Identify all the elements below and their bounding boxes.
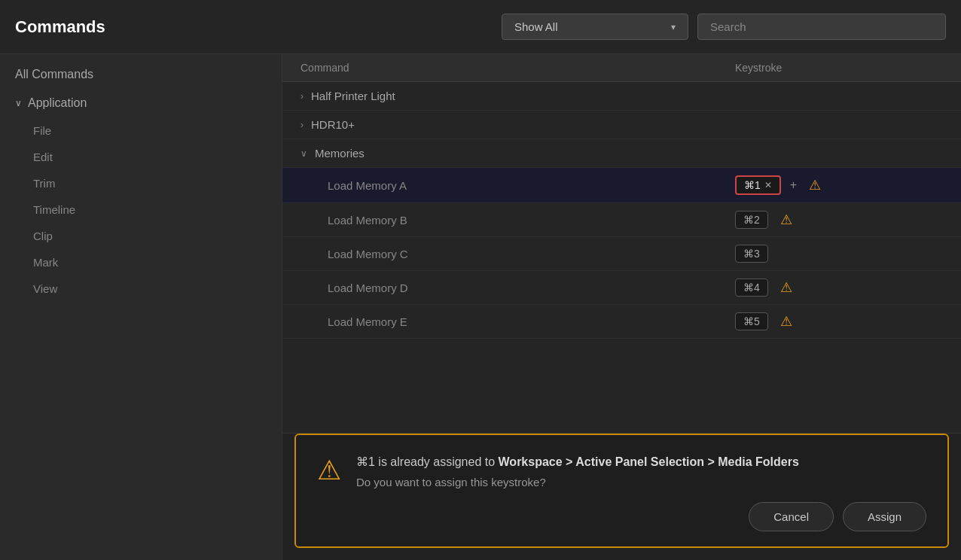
keystroke-cell: ⌘2 ⚠ — [735, 211, 961, 229]
keystroke-cell: ⌘3 — [735, 245, 961, 263]
table-row[interactable]: Load Memory E ⌘5 ⚠ — [282, 305, 961, 339]
sidebar-item-edit[interactable]: Edit — [0, 144, 282, 170]
warning-triangle-icon: ⚠ — [317, 455, 341, 486]
sidebar: All Commands ∨ Application File Edit Tri… — [0, 54, 282, 560]
sidebar-item-file[interactable]: File — [0, 117, 282, 144]
command-name: Load Memory E — [282, 315, 735, 328]
chevron-down-icon: ∨ — [15, 98, 22, 108]
keystroke-cell: ⌘5 ⚠ — [735, 312, 961, 330]
column-command: Command — [282, 62, 735, 74]
sidebar-item-mark[interactable]: Mark — [0, 249, 282, 275]
table-row[interactable]: Load Memory B ⌘2 ⚠ — [282, 203, 961, 237]
sidebar-item-trim[interactable]: Trim — [0, 170, 282, 196]
table-row[interactable]: Load Memory D ⌘4 ⚠ — [282, 271, 961, 305]
command-name: › Half Printer Light — [282, 90, 735, 102]
warning-text: ⌘1 is already assigned to Workspace > Ac… — [356, 453, 926, 488]
table-row[interactable]: Load Memory C ⌘3 — [282, 237, 961, 271]
chevron-down-icon: ▾ — [671, 22, 676, 32]
table-row[interactable]: › HDR10+ — [282, 111, 961, 139]
table-row[interactable]: › Half Printer Light — [282, 82, 961, 111]
warning-actions: Cancel Assign — [317, 502, 926, 531]
warning-icon: ⚠ — [809, 177, 821, 193]
keystroke-cell: ⌘1 ✕ + ⚠ — [735, 175, 961, 195]
keystroke-badge: ⌘3 — [735, 245, 768, 263]
table-row[interactable]: ∨ Memories — [282, 139, 961, 168]
add-keystroke-button[interactable]: + — [790, 178, 797, 192]
keystroke-badge: ⌘5 — [735, 312, 768, 330]
table-body: › Half Printer Light › HDR10+ ∨ Memories — [282, 82, 961, 433]
table-header: Command Keystroke — [282, 54, 961, 82]
command-name: Load Memory A — [282, 179, 735, 192]
keystroke-badge: ⌘4 — [735, 278, 768, 297]
keystroke-badge[interactable]: ⌘1 ✕ — [735, 175, 781, 195]
main-content: All Commands ∨ Application File Edit Tri… — [0, 54, 961, 560]
sidebar-item-application[interactable]: ∨ Application — [0, 89, 282, 117]
warning-icon: ⚠ — [780, 279, 792, 296]
chevron-right-icon: › — [301, 91, 304, 102]
chevron-right-icon: › — [301, 120, 304, 130]
warning-dialog: ⚠ ⌘1 is already assigned to Workspace > … — [294, 434, 949, 548]
command-name: Load Memory C — [282, 248, 735, 260]
keystroke-cell: ⌘4 ⚠ — [735, 278, 961, 297]
table-row[interactable]: Load Memory A ⌘1 ✕ + ⚠ — [282, 168, 961, 203]
column-keystroke: Keystroke — [735, 62, 961, 74]
sidebar-item-timeline[interactable]: Timeline — [0, 196, 282, 223]
command-name: Load Memory D — [282, 282, 735, 294]
sidebar-item-clip[interactable]: Clip — [0, 223, 282, 249]
command-name: ∨ Memories — [282, 147, 735, 160]
header: Commands Show All ▾ — [0, 0, 961, 54]
chevron-down-icon: ∨ — [301, 148, 307, 159]
warning-submessage: Do you want to assign this keystroke? — [356, 476, 926, 488]
cancel-button[interactable]: Cancel — [749, 502, 834, 531]
command-name: Load Memory B — [282, 214, 735, 227]
show-all-label: Show All — [514, 20, 558, 33]
warning-icon: ⚠ — [780, 212, 792, 228]
warning-icon: ⚠ — [780, 313, 792, 330]
show-all-dropdown[interactable]: Show All ▾ — [502, 14, 688, 40]
search-input[interactable] — [697, 14, 946, 40]
sidebar-item-view[interactable]: View — [0, 275, 282, 302]
close-icon[interactable]: ✕ — [764, 180, 772, 190]
commands-panel: Command Keystroke › Half Printer Light ›… — [282, 54, 961, 560]
keystroke-badge: ⌘2 — [735, 211, 768, 229]
page-title: Commands — [15, 17, 502, 37]
assign-button[interactable]: Assign — [843, 502, 926, 531]
warning-content: ⚠ ⌘1 is already assigned to Workspace > … — [317, 453, 926, 488]
sidebar-item-all-commands[interactable]: All Commands — [0, 60, 282, 89]
warning-message: ⌘1 is already assigned to Workspace > Ac… — [356, 453, 926, 471]
warning-dialog-area: ⚠ ⌘1 is already assigned to Workspace > … — [282, 433, 961, 560]
command-name: › HDR10+ — [282, 118, 735, 131]
